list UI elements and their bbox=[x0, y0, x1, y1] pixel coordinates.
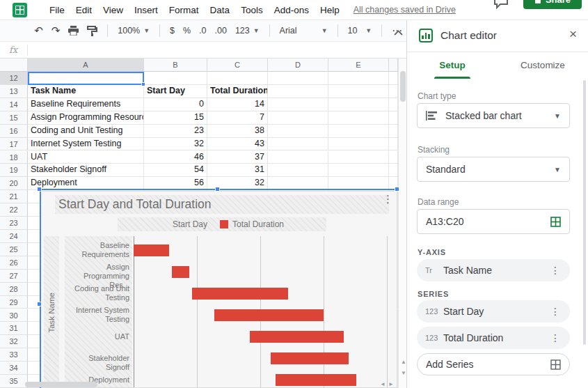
menu-item-view[interactable]: View bbox=[97, 2, 129, 18]
column-header-e[interactable]: E bbox=[328, 59, 389, 72]
menu-item-data[interactable]: Data bbox=[205, 2, 236, 18]
chart-bar-total-duration[interactable] bbox=[172, 266, 189, 278]
cell-A19[interactable]: Stakeholder Signoff bbox=[28, 164, 144, 177]
cell-D19[interactable] bbox=[268, 164, 328, 177]
chart-bar-total-duration[interactable] bbox=[271, 352, 349, 364]
undo-button[interactable]: ↶ bbox=[30, 24, 47, 37]
row-header-17[interactable]: 17 bbox=[0, 138, 28, 151]
chart-bar-total-duration[interactable] bbox=[214, 309, 324, 321]
cell-E14[interactable] bbox=[328, 98, 389, 111]
row-header-31[interactable]: 31 bbox=[0, 322, 28, 335]
row-header-19[interactable]: 19 bbox=[0, 164, 28, 177]
format-currency-button[interactable]: $ bbox=[166, 26, 179, 36]
cell-D12[interactable] bbox=[268, 72, 328, 85]
cell-D18[interactable] bbox=[268, 151, 328, 164]
print-button[interactable] bbox=[64, 26, 83, 36]
collapse-toolbar-button[interactable] bbox=[394, 26, 403, 38]
cell-D14[interactable] bbox=[268, 98, 328, 111]
paint-format-button[interactable] bbox=[83, 26, 102, 36]
series-field-total-duration[interactable]: 123Total Duration⋮ bbox=[417, 327, 570, 349]
format-percent-button[interactable]: % bbox=[179, 26, 195, 36]
redo-button[interactable]: ↷ bbox=[47, 24, 65, 37]
row-header-13[interactable]: 13 bbox=[0, 85, 28, 98]
share-button[interactable]: Share bbox=[523, 0, 582, 9]
row-header-12[interactable]: 12 bbox=[0, 72, 28, 85]
row-header-16[interactable]: 16 bbox=[0, 125, 28, 138]
cell-E18[interactable] bbox=[328, 151, 389, 164]
cell-partial18[interactable] bbox=[389, 151, 398, 164]
chart-bar-total-duration[interactable] bbox=[250, 331, 344, 343]
chart-options-menu-icon[interactable]: ⋮ bbox=[383, 194, 393, 204]
cell-B19[interactable]: 54 bbox=[144, 164, 207, 177]
column-header-d[interactable]: D bbox=[268, 59, 328, 72]
row-header-24[interactable]: 24 bbox=[0, 230, 28, 243]
cell-A15[interactable]: Assign Programming Resources bbox=[28, 111, 144, 125]
chart-resize-handle-topcenter[interactable] bbox=[215, 187, 220, 192]
font-family-select[interactable]: Arial▼ bbox=[276, 26, 332, 36]
menu-item-tools[interactable]: Tools bbox=[235, 2, 269, 18]
data-range-input[interactable]: A13:C20 bbox=[417, 209, 570, 234]
cell-partial15[interactable] bbox=[389, 111, 398, 125]
panel-scrollbar[interactable] bbox=[583, 80, 586, 345]
cell-C13[interactable]: Total Duration bbox=[207, 85, 268, 98]
row-header-30[interactable]: 30 bbox=[0, 309, 28, 323]
cell-A16[interactable]: Coding and Unit Testing bbox=[28, 125, 144, 138]
cell-C18[interactable]: 37 bbox=[207, 151, 268, 164]
kebab-menu-icon[interactable]: ⋮ bbox=[549, 306, 562, 317]
stacking-select[interactable]: Standard ▼ bbox=[417, 157, 570, 182]
cell-C15[interactable]: 7 bbox=[207, 111, 268, 125]
cell-A14[interactable]: Baseline Requirements bbox=[28, 98, 144, 111]
cell-partial19[interactable] bbox=[389, 164, 398, 177]
y-axis-field[interactable]: Tr Task Name ⋮ bbox=[417, 259, 570, 281]
comment-icon[interactable] bbox=[493, 0, 511, 9]
row-header-18[interactable]: 18 bbox=[0, 151, 28, 164]
row-header-29[interactable]: 29 bbox=[0, 296, 28, 309]
chart-resize-handle-midleft[interactable] bbox=[37, 302, 42, 306]
cell-C19[interactable]: 31 bbox=[207, 164, 268, 177]
cell-partial16[interactable] bbox=[389, 125, 398, 138]
menu-item-file[interactable]: File bbox=[44, 2, 70, 18]
column-header-b[interactable]: B bbox=[144, 59, 207, 72]
tab-setup[interactable]: Setup bbox=[407, 52, 498, 79]
row-header-14[interactable]: 14 bbox=[0, 98, 28, 111]
zoom-select[interactable]: 100%▼ bbox=[113, 26, 154, 36]
row-header-35[interactable]: 35 bbox=[0, 375, 28, 388]
cell-B17[interactable]: 32 bbox=[144, 138, 207, 151]
cell-partial14[interactable] bbox=[389, 98, 398, 111]
cell-C12[interactable] bbox=[207, 72, 268, 85]
increase-decimal-button[interactable]: .00 bbox=[211, 26, 231, 36]
cell-B13[interactable]: Start Day bbox=[144, 85, 207, 98]
row-header-28[interactable]: 28 bbox=[0, 283, 28, 296]
column-header-c[interactable]: C bbox=[207, 59, 268, 72]
row-header-27[interactable]: 27 bbox=[0, 270, 28, 283]
legend-item-start-day[interactable]: Start Day bbox=[160, 219, 207, 229]
row-header-26[interactable]: 26 bbox=[0, 256, 28, 270]
number-format-select[interactable]: 123▼ bbox=[231, 26, 264, 36]
tab-customize[interactable]: Customize bbox=[498, 52, 588, 79]
cell-partial12[interactable] bbox=[389, 72, 398, 85]
vertical-scrollbar-thumb[interactable] bbox=[400, 71, 406, 102]
cell-D16[interactable] bbox=[268, 125, 328, 138]
cell-E17[interactable] bbox=[328, 138, 389, 151]
decrease-decimal-button[interactable]: .0 bbox=[195, 26, 210, 36]
chart-type-select[interactable]: Stacked bar chart ▼ bbox=[417, 103, 570, 128]
cell-E13[interactable] bbox=[328, 85, 389, 98]
cell-A18[interactable]: UAT bbox=[28, 151, 144, 164]
close-icon[interactable]: × bbox=[569, 26, 577, 42]
horizontal-scrollbar-thumb[interactable] bbox=[25, 382, 97, 387]
cell-D13[interactable] bbox=[268, 85, 328, 98]
cell-D15[interactable] bbox=[268, 111, 328, 125]
kebab-menu-icon[interactable]: ⋮ bbox=[549, 332, 562, 343]
menu-item-addons[interactable]: Add-ons bbox=[269, 2, 315, 18]
embedded-chart[interactable]: Start Day and Total Duration ⋮ Start Day… bbox=[40, 191, 397, 388]
menu-item-insert[interactable]: Insert bbox=[129, 2, 164, 18]
cell-A12[interactable] bbox=[28, 72, 144, 85]
cell-B18[interactable]: 46 bbox=[144, 151, 207, 164]
menu-item-help[interactable]: Help bbox=[315, 2, 345, 18]
add-series-button[interactable]: Add Series bbox=[417, 353, 570, 375]
cell-D17[interactable] bbox=[268, 138, 328, 151]
cell-A13[interactable]: Task Name bbox=[28, 85, 144, 98]
cell-B14[interactable]: 0 bbox=[144, 98, 207, 111]
cell-partial17[interactable] bbox=[389, 138, 398, 151]
vertical-scrollbar[interactable]: ▲ ▼ bbox=[398, 59, 406, 388]
